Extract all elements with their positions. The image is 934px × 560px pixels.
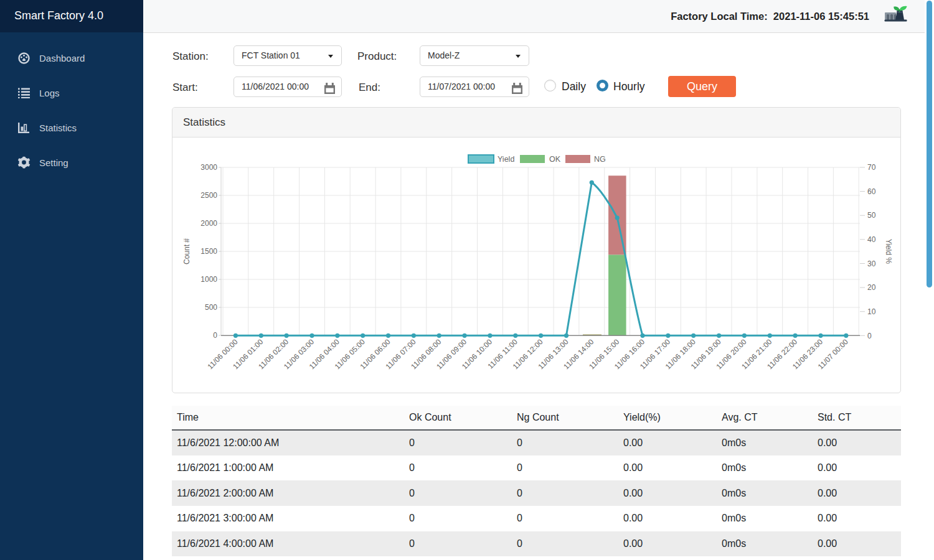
svg-text:500: 500 (205, 303, 217, 312)
svg-text:OK: OK (549, 155, 561, 164)
svg-text:1500: 1500 (200, 247, 217, 256)
svg-text:2000: 2000 (200, 219, 217, 228)
svg-text:2500: 2500 (200, 191, 217, 200)
svg-text:40: 40 (867, 235, 876, 244)
svg-text:1000: 1000 (200, 275, 217, 284)
svg-text:60: 60 (867, 187, 876, 196)
svg-text:10: 10 (867, 307, 876, 316)
svg-text:70: 70 (867, 163, 876, 172)
svg-text:30: 30 (867, 259, 876, 268)
svg-text:Count #: Count # (182, 238, 191, 264)
svg-text:50: 50 (867, 211, 876, 220)
svg-text:Yield: Yield (498, 155, 514, 164)
svg-text:NG: NG (594, 155, 606, 164)
svg-text:0: 0 (213, 331, 217, 340)
svg-text:3000: 3000 (200, 163, 217, 172)
svg-text:Yield %: Yield % (884, 239, 893, 264)
svg-text:20: 20 (867, 283, 876, 292)
svg-text:0: 0 (867, 332, 872, 340)
